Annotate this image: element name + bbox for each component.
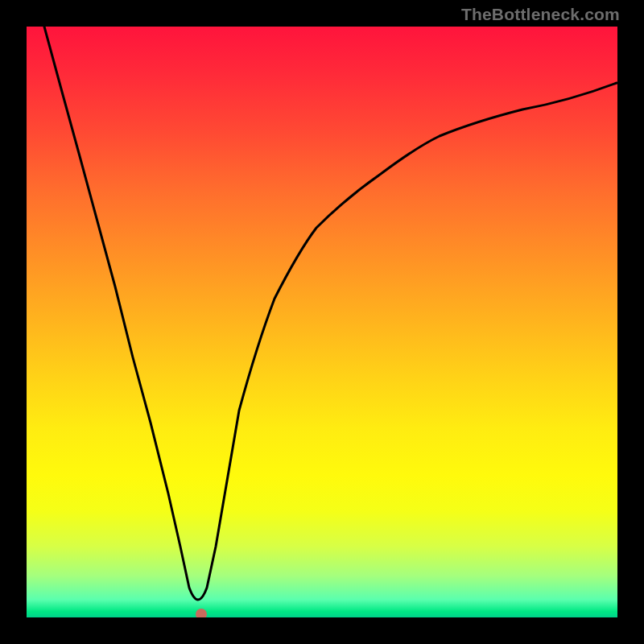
plot-area <box>27 27 617 617</box>
chart-frame: TheBottleneck.com <box>0 0 644 644</box>
watermark-text: TheBottleneck.com <box>461 5 620 24</box>
bottleneck-curve <box>44 27 617 600</box>
optimum-marker <box>196 609 207 617</box>
curve-layer <box>27 27 617 617</box>
